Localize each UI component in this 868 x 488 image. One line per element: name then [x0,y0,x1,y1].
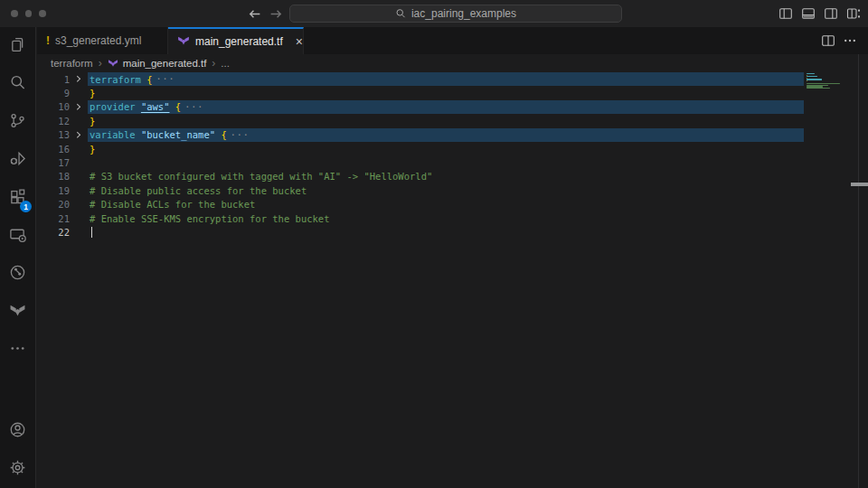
code-text: # Disable public access for the bucket [90,185,307,196]
customize-layout-icon[interactable] [846,6,861,21]
token-br: } [90,144,95,155]
tab-bar: ! s3_generated.yml main_generated.tf × [37,27,868,54]
zoom-window-button[interactable] [39,10,46,17]
breadcrumb-file[interactable]: main_generated.tf [123,58,207,69]
code-line-10[interactable]: 10provider "aws" {··· [37,100,868,114]
line-number: 22 [37,227,70,238]
close-icon[interactable]: × [296,35,303,48]
activity-account[interactable] [0,412,35,450]
more-actions-icon[interactable] [843,33,857,48]
chevron-right-icon: › [212,57,215,70]
code-text: } [90,116,95,127]
fold-chevron-icon[interactable] [70,133,87,137]
breadcrumb-symbol-ellipsis[interactable]: ... [221,58,230,69]
explorer-icon [9,36,26,57]
terraform-icon [177,34,190,50]
command-center[interactable]: iac_pairing_examples [289,5,622,23]
activity-settings[interactable] [0,450,35,488]
code-line-22[interactable]: 22 [37,225,868,239]
line-number: 19 [37,185,70,196]
activity-more[interactable] [0,331,35,369]
activity-run-debug[interactable] [0,141,35,179]
chevron-right-icon: › [99,57,102,70]
run-debug-icon [9,150,26,171]
token-cm: # Disable ACLs for the bucket [90,199,255,210]
line-number: 9 [37,88,70,99]
toggle-panel-icon[interactable] [801,6,816,21]
layout-controls [778,0,861,27]
token-br: } [90,88,95,99]
tab-s3-generated-yml[interactable]: ! s3_generated.yml [37,27,168,54]
code-line-21[interactable]: 21# Enable SSE-KMS encryption for the bu… [37,211,868,225]
minimap[interactable] [807,73,859,127]
back-arrow-icon[interactable] [247,6,262,22]
minimap-line [807,73,815,74]
breadcrumb-folder[interactable]: terraform [51,58,93,69]
code-line-20[interactable]: 20# Disable ACLs for the bucket [37,198,868,211]
toggle-secondary-sidebar-icon[interactable] [824,6,838,21]
forward-arrow-icon[interactable] [269,6,284,22]
activity-extensions[interactable]: 1 [0,179,35,217]
fold-chevron-icon[interactable] [70,105,87,109]
tab-main-generated-tf[interactable]: main_generated.tf × [168,27,304,54]
folded-ellipsis[interactable]: ··· [184,102,203,112]
terraform-icon [108,58,118,69]
tab-label: main_generated.tf [195,35,283,48]
line-number: 13 [37,129,70,140]
activity-explorer[interactable] [0,27,35,65]
warning-icon: ! [46,34,50,47]
overview-ruler-marker[interactable] [851,183,868,186]
code-text: terraform {··· [90,74,175,85]
minimize-window-button[interactable] [25,10,33,17]
tab-label: s3_generated.yml [55,34,141,47]
folded-ellipsis[interactable]: ··· [231,130,250,140]
code-line-1[interactable]: 1terraform {··· [37,72,868,86]
fold-chevron-icon[interactable] [70,77,87,81]
line-number: 12 [37,116,70,127]
toggle-primary-sidebar-icon[interactable] [778,6,793,21]
line-number: 10 [37,101,70,112]
minimap-line [807,80,807,81]
token-br: { [170,101,182,112]
code-line-19[interactable]: 19# Disable public access for the bucket [37,183,868,197]
code-content: 1terraform {···9}10provider "aws" {···12… [37,72,868,239]
token-br: { [146,74,152,85]
code-text [90,227,92,238]
minimap-line [807,76,817,77]
editor-actions [821,27,868,54]
folded-ellipsis[interactable]: ··· [156,74,175,84]
close-window-button[interactable] [11,10,18,17]
token-str: "bucket_name" [141,129,215,140]
activity-search[interactable] [0,65,35,103]
scrollbar-divider [858,54,859,488]
source-control-icon [9,112,26,133]
line-number: 20 [37,199,70,210]
code-text: # S3 bucket configured with tagged with … [90,171,432,182]
activity-remote-explorer[interactable] [0,217,35,255]
code-line-16[interactable]: 16} [37,142,868,155]
split-editor-icon[interactable] [821,33,835,48]
code-text: } [90,88,95,99]
activity-commit-graph[interactable] [0,255,35,293]
text-cursor [91,227,92,238]
token-br: { [215,129,227,140]
code-line-9[interactable]: 9} [37,86,868,99]
code-text: } [90,144,95,155]
activity-bar: 1 [0,27,36,488]
activity-source-control[interactable] [0,103,35,141]
code-line-13[interactable]: 13variable "bucket_name" {··· [37,128,868,142]
code-line-12[interactable]: 12} [37,114,868,127]
activity-terraform[interactable] [0,293,35,331]
token-br: } [90,116,95,127]
code-text: # Disable ACLs for the bucket [90,199,255,210]
line-number: 21 [37,213,70,224]
code-line-17[interactable]: 17 [37,155,868,169]
code-line-18[interactable]: 18# S3 bucket configured with tagged wit… [37,170,868,183]
token-cm: # S3 bucket configured with tagged with … [90,171,432,182]
title-bar: iac_pairing_examples [0,0,868,27]
window-controls[interactable] [11,0,46,27]
token-cm: # Disable public access for the bucket [90,185,307,196]
code-editor[interactable]: 1terraform {···9}10provider "aws" {···12… [37,72,868,488]
settings-icon [9,459,26,480]
minimap-line [807,79,822,80]
